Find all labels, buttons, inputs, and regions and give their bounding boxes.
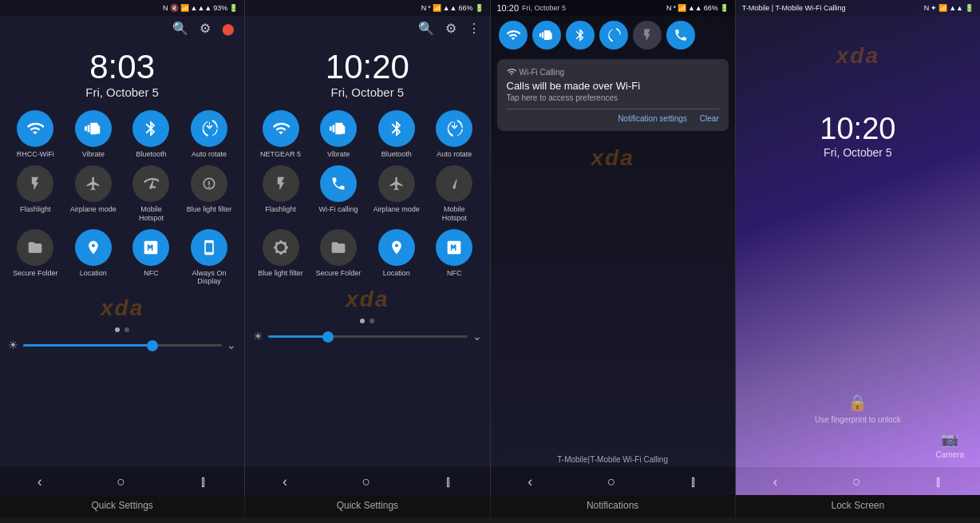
home-btn-2[interactable]: ○ — [362, 473, 370, 490]
brightness-thumb-1[interactable] — [147, 340, 158, 351]
time-2: 10:20 — [245, 49, 489, 85]
qs-item-securefolder[interactable]: Secure Folder — [10, 229, 61, 287]
status-signal-icon: ▲▲▲ — [191, 4, 212, 12]
qs2-item-autorotate[interactable]: Auto rotate — [429, 110, 480, 159]
brightness-low2-icon: ☀ — [253, 330, 263, 343]
qs-item-autorotate[interactable]: Auto rotate — [184, 110, 235, 159]
qs2-nfc-icon[interactable] — [436, 229, 472, 266]
brightness-auto-icon[interactable]: ⌄ — [227, 339, 236, 351]
qs-hotspot-icon[interactable] — [132, 165, 169, 202]
settings-icon-2[interactable]: ⚙ — [445, 21, 456, 36]
home-btn-4[interactable]: ○ — [852, 473, 861, 490]
qs2-vibrate-icon[interactable] — [320, 110, 357, 147]
back-btn-3[interactable]: ‹ — [528, 473, 532, 490]
qs2-wifi-icon[interactable] — [263, 110, 299, 147]
status-icons-2: N * 📶 ▲▲ 66% 🔋 — [421, 4, 484, 12]
qs-autorotate-icon[interactable] — [191, 110, 227, 147]
qs-wifi-icon[interactable] — [17, 110, 53, 147]
settings-icon[interactable]: ⚙ — [200, 21, 211, 36]
qs2-item-vibrate[interactable]: Vibrate — [313, 110, 365, 159]
qs-nfc-icon[interactable] — [132, 229, 169, 266]
notif-app-label: Wi-Fi Calling — [520, 68, 565, 77]
qs2-item-securefolder[interactable]: Secure Folder — [313, 229, 365, 278]
back-btn-4[interactable]: ‹ — [773, 473, 777, 490]
qs2-securefolder-icon[interactable] — [320, 229, 357, 266]
qs2-vibrate-label: Vibrate — [327, 150, 350, 159]
qs-item-airplane[interactable]: Airplane mode — [68, 165, 120, 223]
xda-text-4: xda — [836, 43, 879, 68]
qs-item-bluelight[interactable]: Blue light filter — [184, 165, 235, 223]
more-icon-2[interactable]: ⋮ — [468, 21, 480, 36]
qs-item-nfc[interactable]: NFC — [125, 229, 177, 287]
recents-btn-3[interactable]: ⫿ — [690, 473, 697, 490]
brightness-auto2-icon[interactable]: ⌄ — [472, 330, 482, 343]
recents-btn-1[interactable]: ⫿ — [200, 473, 207, 490]
qs2-bluelight-icon[interactable] — [263, 229, 299, 266]
qs2-item-wifi[interactable]: NETGEAR 5 — [255, 110, 306, 159]
qs-aod-icon[interactable] — [191, 229, 227, 266]
notif-qs-bluetooth-icon[interactable] — [566, 21, 595, 50]
notif-qs-wificall-icon[interactable] — [666, 21, 695, 50]
qs-item-vibrate[interactable]: Vibrate — [68, 110, 120, 159]
notification-dot-icon[interactable]: ⬤ — [222, 22, 235, 35]
qs-item-hotspot[interactable]: Mobile Hotspot — [125, 165, 177, 223]
qs2-autorotate-icon[interactable] — [436, 110, 472, 147]
brightness-track-1[interactable] — [23, 344, 222, 347]
qs-securefolder-icon[interactable] — [17, 229, 53, 266]
qs2-item-hotspot[interactable]: Mobile Hotspot — [429, 165, 480, 223]
qs2-item-bluetooth[interactable]: Bluetooth — [370, 110, 422, 159]
back-btn-1[interactable]: ‹ — [38, 473, 42, 490]
home-btn-1[interactable]: ○ — [117, 473, 125, 490]
search-icon[interactable]: 🔍 — [172, 21, 188, 36]
qs2-bluetooth-icon[interactable] — [378, 110, 415, 147]
notif-settings-btn[interactable]: Notification settings — [618, 114, 687, 123]
qs2-airplane-icon[interactable] — [378, 165, 415, 202]
date-1: Fri, October 5 — [0, 85, 244, 99]
qs2-airplane-label: Airplane mode — [373, 205, 420, 214]
qs2-item-location[interactable]: Location — [370, 229, 422, 278]
lock-shortcut-camera[interactable]: 📷 Camera — [935, 430, 964, 459]
qs2-flashlight-label: Flashlight — [265, 205, 296, 214]
notif-qs-vibrate-icon[interactable] — [532, 21, 561, 50]
qs2-item-airplane[interactable]: Airplane mode — [370, 165, 422, 223]
nav-bar-4: ‹ ○ ⫿ — [736, 467, 980, 495]
qs-airplane-icon[interactable] — [75, 165, 112, 202]
screen-4: T-Mobile | T-Mobile Wi-Fi Calling N ✦ 📶 … — [736, 0, 980, 495]
qs-bluelight-icon[interactable] — [191, 165, 227, 202]
qs-aod-label: Always On Display — [185, 269, 233, 287]
home-btn-3[interactable]: ○ — [607, 473, 616, 490]
qs-item-bluetooth[interactable]: Bluetooth — [125, 110, 177, 159]
qs-flashlight-icon[interactable] — [17, 165, 53, 202]
status-sig3-icon: ▲▲ — [688, 4, 702, 12]
notif-clear-btn[interactable]: Clear — [700, 114, 719, 123]
notif-subtitle-text: Tap here to access preferences — [507, 93, 719, 102]
qs2-location-icon[interactable] — [378, 229, 415, 266]
recents-btn-2[interactable]: ⫿ — [445, 473, 452, 490]
brightness-thumb-2[interactable] — [322, 331, 334, 343]
qs-location-icon[interactable] — [75, 229, 112, 266]
search-icon-2[interactable]: 🔍 — [418, 21, 434, 36]
qs-item-aod[interactable]: Always On Display — [184, 229, 235, 287]
notif-bottom: T-Mobile|T-Mobile Wi-Fi Calling — [491, 452, 735, 467]
qs2-item-flashlight[interactable]: Flashlight — [255, 165, 306, 223]
qs2-hotspot-icon[interactable] — [436, 165, 472, 202]
caption-2: Quick Settings — [245, 495, 490, 517]
qs2-flashlight-icon[interactable] — [263, 165, 299, 202]
qs-item-flashlight[interactable]: Flashlight — [10, 165, 61, 223]
notif-qs-rotate-icon[interactable] — [599, 21, 628, 50]
camera-icon: 📷 — [941, 430, 958, 448]
notif-qs-flashlight-icon[interactable] — [633, 21, 662, 50]
notif-actions: Notification settings Clear — [507, 109, 719, 123]
qs-bluetooth-icon[interactable] — [132, 110, 169, 147]
qs-item-location[interactable]: Location — [68, 229, 120, 287]
qs2-item-nfc[interactable]: NFC — [429, 229, 480, 278]
brightness-track-2[interactable] — [268, 335, 467, 338]
notif-qs-wifi-icon[interactable] — [499, 21, 528, 50]
qs2-wificalling-icon[interactable] — [320, 165, 357, 202]
back-btn-2[interactable]: ‹ — [283, 473, 287, 490]
qs2-item-bluelight[interactable]: Blue light filter — [255, 229, 306, 278]
qs-vibrate-icon[interactable] — [75, 110, 112, 147]
qs2-item-wificalling[interactable]: Wi-Fi calling — [313, 165, 365, 223]
qs-item-wifi[interactable]: RHCC-WiFi — [10, 110, 61, 159]
recents-btn-4[interactable]: ⫿ — [935, 473, 942, 490]
